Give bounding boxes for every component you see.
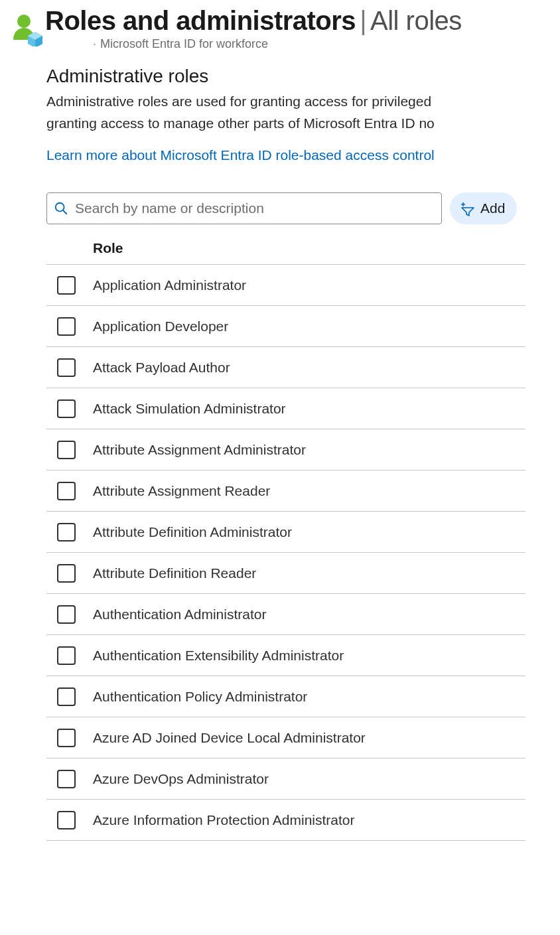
table-row[interactable]: Attribute Definition Administrator [46,512,525,553]
table-header: Role [46,240,525,265]
role-name[interactable]: Azure Information Protection Administrat… [93,812,355,828]
row-checkbox[interactable] [57,317,76,336]
roles-table: Role Application AdministratorApplicatio… [46,240,525,841]
role-name[interactable]: Authentication Policy Administrator [93,689,307,705]
title-context: All roles [370,6,462,35]
row-checkbox[interactable] [57,358,76,377]
page-header: Roles and administrators|All roles ·Micr… [0,0,560,51]
role-name[interactable]: Attribute Assignment Reader [93,483,270,499]
column-role: Role [93,240,123,256]
filter-add-icon [459,200,475,216]
row-checkbox[interactable] [57,811,76,829]
section-heading: Administrative roles [46,66,560,87]
role-name[interactable]: Application Developer [93,319,228,334]
search-icon [54,201,68,216]
table-row[interactable]: Azure Information Protection Administrat… [46,800,525,841]
role-name[interactable]: Attribute Assignment Administrator [93,442,306,458]
row-checkbox[interactable] [57,482,76,500]
row-checkbox[interactable] [57,729,76,747]
table-row[interactable]: Azure DevOps Administrator [46,758,525,800]
section-description: Administrative roles are used for granti… [46,91,560,134]
table-row[interactable]: Attack Payload Author [46,347,525,388]
svg-point-0 [17,15,31,28]
table-row[interactable]: Authentication Administrator [46,594,525,635]
table-row[interactable]: Azure AD Joined Device Local Administrat… [46,717,525,758]
table-row[interactable]: Attribute Assignment Reader [46,470,525,512]
add-filter-label: Add [480,200,505,216]
role-name[interactable]: Application Administrator [93,277,246,293]
table-row[interactable]: Attribute Definition Reader [46,553,525,594]
row-checkbox[interactable] [57,687,76,706]
row-checkbox[interactable] [57,646,76,665]
table-row[interactable]: Attack Simulation Administrator [46,388,525,429]
tenant-label: Microsoft Entra ID for workforce [100,37,268,50]
row-checkbox[interactable] [57,276,76,295]
page-title: Roles and administrators|All roles [45,5,560,36]
row-checkbox[interactable] [57,399,76,418]
breadcrumb: ·Microsoft Entra ID for workforce [45,37,560,51]
row-checkbox[interactable] [57,523,76,541]
title-main: Roles and administrators [45,6,356,35]
learn-more-link[interactable]: Learn more about Microsoft Entra ID role… [46,147,435,163]
role-name[interactable]: Azure AD Joined Device Local Administrat… [93,730,366,746]
roles-icon [9,5,45,49]
table-row[interactable]: Authentication Extensibility Administrat… [46,635,525,676]
row-checkbox[interactable] [57,564,76,583]
role-name[interactable]: Authentication Extensibility Administrat… [93,648,344,664]
search-box[interactable] [46,192,442,224]
role-name[interactable]: Attribute Definition Administrator [93,524,292,540]
title-separator: | [356,6,370,35]
role-name[interactable]: Attack Payload Author [93,360,230,376]
row-checkbox[interactable] [57,770,76,788]
table-row[interactable]: Authentication Policy Administrator [46,676,525,717]
search-input[interactable] [74,200,435,217]
svg-line-5 [63,210,66,214]
table-row[interactable]: Application Administrator [46,265,525,306]
role-name[interactable]: Attribute Definition Reader [93,565,256,581]
table-row[interactable]: Attribute Assignment Administrator [46,429,525,470]
role-name[interactable]: Attack Simulation Administrator [93,401,286,417]
row-checkbox[interactable] [57,441,76,459]
add-filter-button[interactable]: Add [450,192,517,224]
role-name[interactable]: Azure DevOps Administrator [93,771,269,787]
svg-marker-8 [462,208,474,216]
row-checkbox[interactable] [57,605,76,624]
table-row[interactable]: Application Developer [46,306,525,347]
role-name[interactable]: Authentication Administrator [93,607,266,622]
